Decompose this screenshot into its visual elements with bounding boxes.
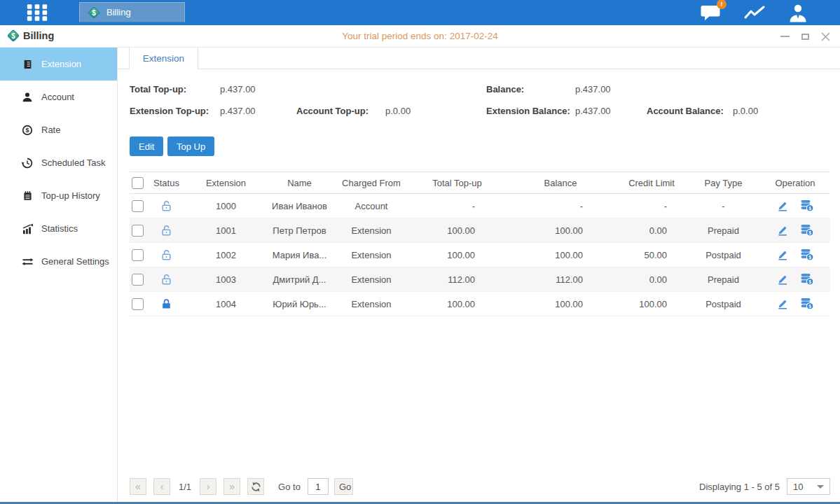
table-header: StatusExtensionNameCharged FromTotal Top… [130,172,830,194]
account-balance-value: p.0.00 [733,106,758,116]
column-header-credit-limit: Credit Limit [617,172,687,193]
statistics-icon [21,223,34,234]
refresh-button[interactable] [247,478,264,495]
column-header-operation: Operation [760,172,830,193]
sidebar-item-account[interactable]: Account [0,80,117,113]
taskbar-tab-billing[interactable]: $ Billing [79,2,185,22]
cell-balance: 112.00 [504,267,617,291]
edit-row-icon[interactable] [776,298,789,310]
cell-pay-type: - [687,194,760,218]
topup-row-icon[interactable]: $ [800,298,814,310]
goto-label: Go to [278,482,301,492]
column-header-extension: Extension [186,172,266,193]
edit-row-icon[interactable] [776,273,789,286]
first-page-button[interactable]: « [130,478,146,495]
cell-credit-limit: 0.00 [617,267,687,291]
table-body: 1000 Иван Иванов Account - - - - $ 1001 … [130,194,830,316]
topup-row-icon[interactable]: $ [800,200,814,212]
tab-extension[interactable]: Extension [129,48,198,69]
coin-icon: $ [21,125,34,136]
svg-text:$: $ [808,279,811,285]
sidebar-item-extension[interactable]: Extension [0,48,117,80]
column-header-name: Name [266,172,333,193]
edit-button[interactable]: Edit [130,136,163,156]
sidebar-item-statistics[interactable]: Statistics [0,212,117,245]
svg-text:$: $ [808,230,811,236]
close-icon[interactable] [821,32,830,41]
sidebar-item-general-settings[interactable]: General Settings [0,245,117,278]
go-button[interactable]: Go [334,478,353,495]
table-row: 1003 Дмитрий Д... Extension 112.00 112.0… [130,267,830,292]
svg-text:$: $ [808,255,811,260]
cell-charged-from: Extension [333,267,410,291]
sidebar-item-label: General Settings [41,256,109,267]
topup-row-icon[interactable]: $ [800,273,814,286]
edit-row-icon[interactable] [776,224,789,237]
cell-name: Мария Ива... [266,243,333,267]
row-checkbox[interactable] [132,200,144,212]
cell-name: Петр Петров [266,218,333,242]
cell-extension: 1003 [186,267,266,291]
pagination-bar: « ‹ 1/1 › » Go to Go Displaying 1 - 5 of… [130,477,830,496]
sidebar-item-label: Top-up History [41,190,100,201]
svg-text:$: $ [92,8,96,16]
cell-extension: 1001 [186,218,266,242]
cell-name: Иван Иванов [266,194,333,218]
cell-total-topup: 100.00 [410,218,504,242]
svg-text:$: $ [25,127,29,134]
sidebar-item-rate[interactable]: $ Rate [0,113,117,146]
cell-extension: 1000 [186,194,266,218]
topup-row-icon[interactable]: $ [800,224,814,237]
page-size-select[interactable]: 10 [787,478,830,495]
trial-notice: Your trial period ends on: 2017-02-24 [0,31,840,41]
cell-name: Дмитрий Д... [266,267,333,291]
cell-total-topup: - [410,194,504,218]
row-checkbox[interactable] [132,298,144,310]
balance-label: Balance: [486,84,524,94]
sliders-icon [21,256,34,267]
row-checkbox[interactable] [132,249,144,261]
table-row: 1004 Юрий Юрь... Extension 100.00 100.00… [130,292,830,316]
statistics-chart-icon[interactable] [743,4,766,22]
tab-strip: Extension [118,48,840,69]
cell-name: Юрий Юрь... [266,292,333,316]
extension-topup-value: p.437.00 [220,106,256,116]
total-topup-value: p.437.00 [220,84,256,94]
lock-open-icon [160,225,172,237]
extension-topup-label: Extension Top-up: [130,106,209,116]
window-titlebar: $ Billing Your trial period ends on: 201… [0,25,840,48]
cell-balance: 100.00 [504,292,617,316]
sidebar-item-scheduled-task[interactable]: Scheduled Task [0,146,117,179]
lock-open-icon [160,200,172,212]
clock-icon [21,158,34,169]
cell-total-topup: 100.00 [410,292,504,316]
cell-charged-from: Account [333,194,410,218]
balance-value: p.437.00 [575,84,611,94]
cell-balance: 100.00 [504,243,617,267]
topup-row-icon[interactable]: $ [800,248,814,261]
goto-page-input[interactable] [308,478,329,495]
lock-open-icon [160,274,172,286]
maximize-icon[interactable] [801,34,809,40]
sidebar-item-label: Account [41,92,74,102]
extension-table: StatusExtensionNameCharged FromTotal Top… [130,172,830,316]
row-checkbox[interactable] [132,225,144,237]
billing-app-icon: $ [87,6,101,20]
last-page-button[interactable]: » [223,478,240,495]
minimize-icon[interactable] [780,36,790,37]
select-all-checkbox[interactable] [132,177,144,189]
cell-charged-from: Extension [333,292,410,316]
row-checkbox[interactable] [132,274,144,286]
next-page-button[interactable]: › [200,478,216,495]
edit-row-icon[interactable] [776,248,789,261]
prev-page-button[interactable]: ‹ [153,478,170,495]
svg-text:$: $ [808,304,811,309]
messages-icon[interactable]: ! [700,4,721,22]
sidebar-item-top-up-history[interactable]: Top-up History [0,179,117,212]
user-account-icon[interactable] [788,4,808,22]
cell-pay-type: Postpaid [687,243,760,267]
edit-row-icon[interactable] [776,200,789,212]
topup-button[interactable]: Top Up [167,136,214,156]
table-row: 1002 Мария Ива... Extension 100.00 100.0… [130,243,830,267]
app-grid-icon[interactable] [21,2,53,23]
